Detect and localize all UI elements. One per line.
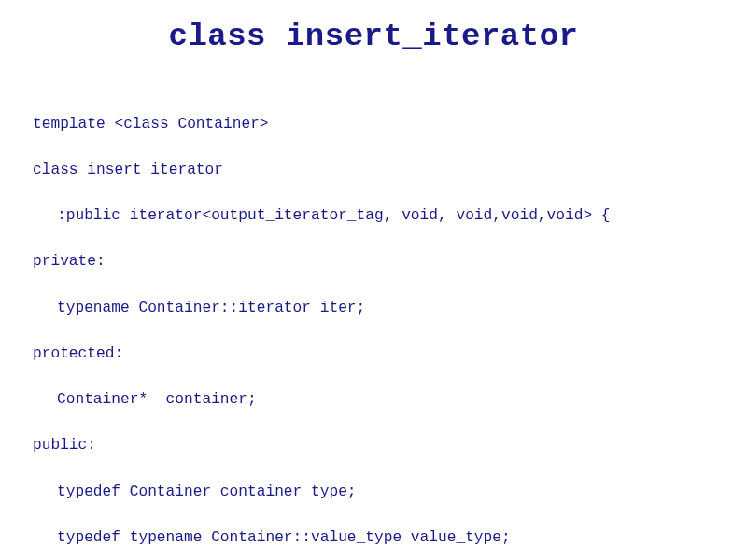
code-line: typedef Container container_type; bbox=[33, 481, 714, 504]
code-line: typename Container::iterator iter; bbox=[33, 297, 714, 320]
code-block: template <class Container> class insert_… bbox=[33, 90, 714, 560]
slide-title: class insert_iterator bbox=[33, 19, 714, 54]
slide-container: class insert_iterator template <class Co… bbox=[0, 0, 747, 560]
code-line: :public iterator<output_iterator_tag, vo… bbox=[33, 204, 714, 228]
code-line: protected: bbox=[33, 343, 714, 366]
code-line: public: bbox=[33, 434, 714, 457]
code-line: typedef typename Container::value_type v… bbox=[33, 526, 714, 550]
code-line: private: bbox=[33, 250, 714, 273]
code-line: class insert_iterator bbox=[33, 159, 714, 182]
code-line: Container* container; bbox=[33, 388, 714, 412]
code-line: template <class Container> bbox=[33, 113, 714, 136]
